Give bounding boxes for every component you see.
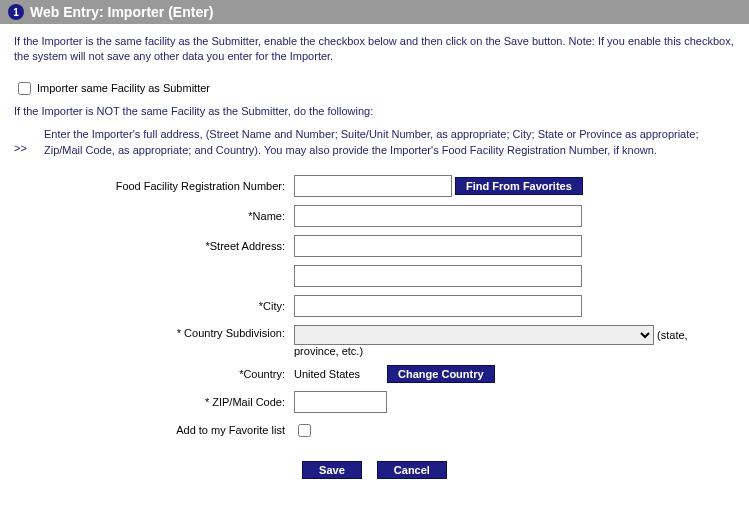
street2-input[interactable]	[294, 265, 582, 287]
button-row: Save Cancel	[14, 461, 735, 479]
city-input[interactable]	[294, 295, 582, 317]
save-button[interactable]: Save	[302, 461, 362, 479]
favorite-checkbox[interactable]	[298, 424, 311, 437]
content-area: If the Importer is the same facility as …	[0, 24, 749, 499]
same-facility-checkbox[interactable]	[18, 82, 31, 95]
street-input[interactable]	[294, 235, 582, 257]
not-same-intro: If the Importer is NOT the same Facility…	[14, 104, 735, 119]
favorite-label: Add to my Favorite list	[14, 420, 293, 441]
indent-marker: >>	[14, 127, 34, 158]
zip-label: * ZIP/Mail Code:	[14, 390, 293, 414]
section-title: Web Entry: Importer (Enter)	[30, 4, 213, 20]
address-instruction-text: Enter the Importer's full address, (Stre…	[34, 127, 735, 158]
cancel-button[interactable]: Cancel	[377, 461, 447, 479]
zip-input[interactable]	[294, 391, 387, 413]
subdivision-select[interactable]	[294, 325, 654, 345]
same-facility-label: Importer same Facility as Submitter	[37, 82, 210, 94]
ffrn-input[interactable]	[294, 175, 452, 197]
subdivision-label: * Country Subdivision:	[14, 324, 293, 358]
street2-label	[14, 264, 293, 288]
form-table: Food Facility Registration Number: Find …	[14, 168, 735, 447]
step-badge: 1	[8, 4, 24, 20]
name-input[interactable]	[294, 205, 582, 227]
section-header: 1 Web Entry: Importer (Enter)	[0, 0, 749, 24]
same-facility-row: Importer same Facility as Submitter	[14, 79, 735, 98]
city-label: *City:	[14, 294, 293, 318]
ffrn-label: Food Facility Registration Number:	[14, 174, 293, 198]
name-label: *Name:	[14, 204, 293, 228]
country-label: *Country:	[14, 364, 293, 384]
find-from-favorites-button[interactable]: Find From Favorites	[455, 177, 583, 195]
street-label: *Street Address:	[14, 234, 293, 258]
change-country-button[interactable]: Change Country	[387, 365, 495, 383]
address-instruction-block: >> Enter the Importer's full address, (S…	[14, 127, 735, 158]
intro-text: If the Importer is the same facility as …	[14, 34, 735, 65]
country-value: United States	[294, 368, 384, 380]
